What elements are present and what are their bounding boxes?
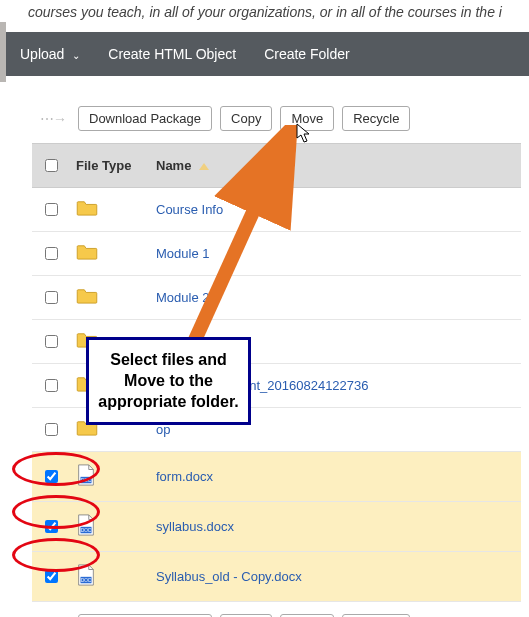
file-link[interactable]: form.docx [156, 469, 213, 484]
row-name-cell: Course Info [150, 188, 521, 232]
upload-menu[interactable]: Upload ⌄ [20, 46, 80, 62]
row-checkbox[interactable] [45, 335, 58, 348]
row-type-cell [70, 232, 150, 276]
content-area: ⋯→ Download Package Copy Move Recycle Fi… [0, 76, 529, 617]
copy-button[interactable]: Copy [220, 106, 272, 131]
file-link[interactable]: syllabus.docx [156, 519, 234, 534]
create-html-object[interactable]: Create HTML Object [108, 46, 236, 62]
svg-text:DOC: DOC [81, 478, 92, 483]
intro-text: courses you teach, in all of your organi… [0, 0, 529, 32]
row-type-cell: DOC [70, 502, 150, 552]
doc-icon: DOC [76, 514, 96, 536]
row-checkbox-cell [32, 502, 70, 552]
row-name-cell: form.docx [150, 452, 521, 502]
table-header-row: File Type Name [32, 144, 521, 188]
svg-text:DOC: DOC [81, 528, 92, 533]
row-checkbox[interactable] [45, 570, 58, 583]
top-toolbar: Upload ⌄ Create HTML Object Create Folde… [0, 32, 529, 76]
move-button[interactable]: Move [280, 106, 334, 131]
name-header-label: Name [156, 158, 191, 173]
chevron-down-icon: ⌄ [72, 50, 80, 61]
name-header[interactable]: Name [150, 144, 521, 188]
svg-text:DOC: DOC [81, 578, 92, 583]
filetype-header[interactable]: File Type [70, 144, 150, 188]
create-folder[interactable]: Create Folder [264, 46, 350, 62]
side-tab [0, 22, 6, 82]
table-row: Module 1 [32, 232, 521, 276]
row-checkbox-cell [32, 364, 70, 408]
row-checkbox-cell [32, 188, 70, 232]
row-type-cell: DOC [70, 552, 150, 602]
select-all-header [32, 144, 70, 188]
file-link[interactable]: Syllabus_old - Copy.docx [156, 569, 302, 584]
row-name-cell: syllabus.docx [150, 502, 521, 552]
table-row: DOCform.docx [32, 452, 521, 502]
doc-icon: DOC [76, 564, 96, 586]
callout-box: Select files and Move to the appropriate… [86, 337, 251, 425]
table-row: DOCSyllabus_old - Copy.docx [32, 552, 521, 602]
row-checkbox[interactable] [45, 203, 58, 216]
action-row-bottom: ⋯→ Download Package Copy Move Recycle [32, 602, 521, 617]
table-row: Course Info [32, 188, 521, 232]
branch-icon: ⋯→ [40, 111, 66, 127]
row-checkbox[interactable] [45, 520, 58, 533]
row-checkbox-cell [32, 276, 70, 320]
row-checkbox[interactable] [45, 247, 58, 260]
folder-icon [76, 244, 98, 260]
row-type-cell [70, 276, 150, 320]
recycle-button[interactable]: Recycle [342, 106, 410, 131]
sort-asc-icon [199, 163, 209, 170]
row-checkbox-cell [32, 452, 70, 502]
action-row-top: ⋯→ Download Package Copy Move Recycle [32, 94, 521, 143]
row-type-cell [70, 188, 150, 232]
folder-icon [76, 200, 98, 216]
row-name-cell: Module 2 [150, 276, 521, 320]
file-link[interactable]: Course Info [156, 202, 223, 217]
upload-label: Upload [20, 46, 64, 62]
download-package-button[interactable]: Download Package [78, 106, 212, 131]
table-row: DOCsyllabus.docx [32, 502, 521, 552]
row-checkbox-cell [32, 320, 70, 364]
folder-icon [76, 288, 98, 304]
row-checkbox-cell [32, 232, 70, 276]
row-checkbox[interactable] [45, 291, 58, 304]
row-checkbox-cell [32, 552, 70, 602]
row-type-cell: DOC [70, 452, 150, 502]
row-name-cell: Syllabus_old - Copy.docx [150, 552, 521, 602]
file-link[interactable]: Module 1 [156, 246, 209, 261]
table-row: Module 2 [32, 276, 521, 320]
file-link[interactable]: Module 2 [156, 290, 209, 305]
row-checkbox[interactable] [45, 470, 58, 483]
row-checkbox-cell [32, 408, 70, 452]
row-name-cell: Module 1 [150, 232, 521, 276]
row-checkbox[interactable] [45, 423, 58, 436]
select-all-checkbox[interactable] [45, 159, 58, 172]
row-checkbox[interactable] [45, 379, 58, 392]
doc-icon: DOC [76, 464, 96, 486]
